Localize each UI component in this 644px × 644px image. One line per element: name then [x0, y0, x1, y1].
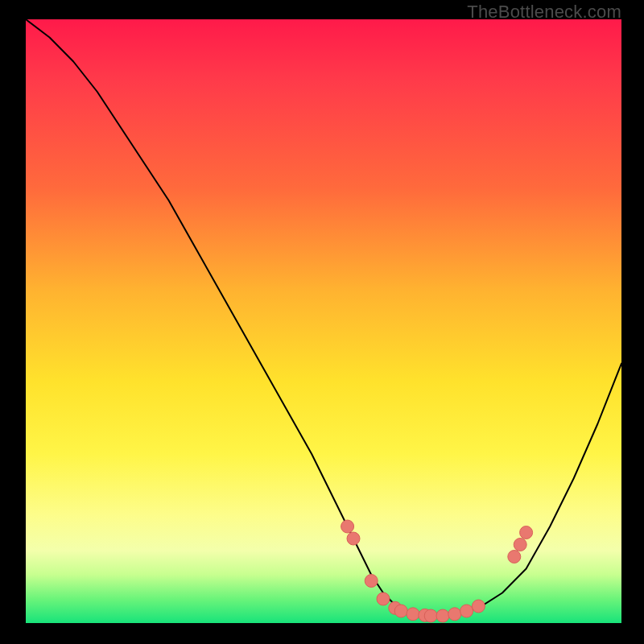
curve-marker	[460, 605, 473, 617]
curve-marker	[514, 539, 526, 551]
curve-marker	[347, 532, 360, 545]
curve-marker	[365, 575, 378, 588]
curve-marker	[407, 608, 419, 621]
curve-marker	[472, 600, 485, 613]
curve-marker	[436, 609, 449, 622]
bottleneck-curve	[26, 19, 621, 616]
curve-marker	[341, 520, 354, 533]
curve-marker	[448, 608, 461, 621]
curve-marker	[377, 592, 390, 605]
curve-marker	[508, 551, 521, 564]
chart-svg	[26, 19, 621, 623]
curve-marker	[520, 526, 533, 539]
chart-frame: TheBottleneck.com	[0, 0, 644, 644]
curve-marker	[394, 605, 407, 617]
plot-area	[26, 19, 621, 623]
watermark-text: TheBottleneck.com	[467, 2, 621, 23]
curve-marker	[424, 609, 437, 622]
